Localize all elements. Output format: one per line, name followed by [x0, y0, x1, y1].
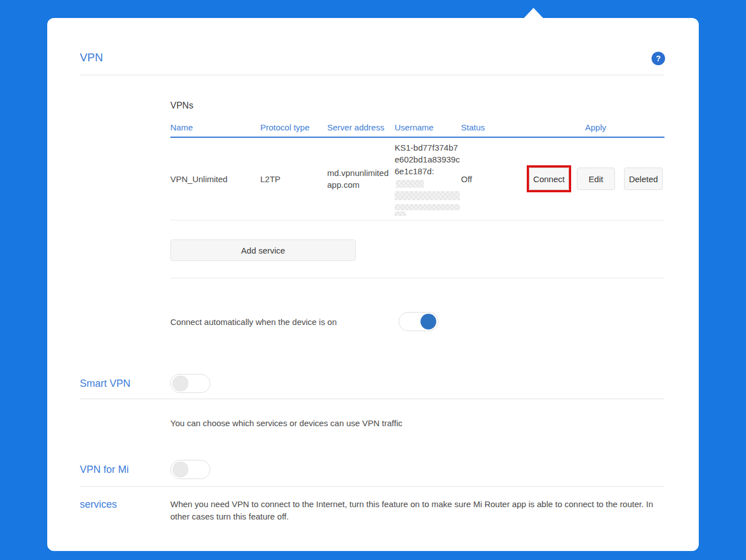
toggle-knob: [421, 314, 436, 329]
card-header: VPN ?: [47, 18, 699, 75]
redacted-username-bar: [395, 204, 460, 210]
vpn-table-header: Name Protocol type Server address Userna…: [170, 123, 664, 138]
username-line-text: 6e1c187d:: [395, 166, 434, 176]
smart-vpn-divider: [80, 399, 664, 399]
smart-vpn-toggle[interactable]: [170, 374, 210, 393]
redacted-username-stub: [395, 211, 406, 216]
connect-button[interactable]: Connect: [529, 168, 569, 190]
add-service-section: Add service: [170, 220, 664, 278]
help-icon[interactable]: ?: [652, 52, 665, 65]
services-label: services: [47, 498, 170, 523]
toggle-knob: [173, 462, 188, 477]
add-service-button[interactable]: Add service: [170, 240, 356, 261]
vpn-settings-card: VPN ? VPNs Name Protocol type Server add…: [47, 18, 699, 551]
vpn-status: Off: [461, 174, 527, 184]
username-line: KS1-bd77f374b7: [395, 142, 461, 153]
column-header-server: Server address: [327, 123, 395, 132]
redacted-username-bar: [395, 191, 460, 200]
column-header-username: Username: [395, 123, 461, 132]
vpn-name: VPN_Unlimited: [170, 174, 260, 184]
vpn-for-mi-divider: [80, 486, 664, 487]
vpn-protocol: L2TP: [260, 174, 327, 184]
edit-button[interactable]: Edit: [577, 168, 615, 190]
table-row: VPN_Unlimited L2TP md.vpnunlimited app.c…: [170, 138, 664, 220]
vpn-username: KS1-bd77f374b7 e602bd1a83939c 6e1c187d:: [395, 142, 461, 216]
connect-highlight-annotation: Connect: [527, 165, 571, 192]
vpn-table: Name Protocol type Server address Userna…: [170, 123, 664, 220]
server-line: app.com: [327, 179, 395, 191]
auto-connect-toggle[interactable]: [399, 312, 438, 331]
auto-connect-label: Connect automatically when the device is…: [170, 317, 337, 327]
delete-button[interactable]: Deleted: [624, 168, 663, 190]
services-row: services When you need VPN to connect to…: [47, 498, 699, 523]
vpns-section-title: VPNs: [170, 101, 664, 111]
vpn-for-mi-toggle[interactable]: [170, 460, 210, 479]
smart-vpn-label: Smart VPN: [47, 377, 170, 390]
vpn-server-address: md.vpnunlimited app.com: [327, 167, 395, 191]
page-title: VPN: [80, 51, 103, 64]
auto-connect-row: Connect automatically when the device is…: [170, 312, 664, 331]
column-header-name: Name: [170, 123, 260, 132]
toggle-knob: [173, 376, 188, 391]
username-line: e602bd1a83939c: [395, 153, 461, 165]
vpn-for-mi-row: VPN for Mi: [47, 460, 699, 479]
column-header-protocol: Protocol type: [260, 123, 327, 132]
column-header-apply: Apply: [527, 123, 664, 132]
header-divider: [80, 75, 664, 75]
services-description: When you need VPN to connect to the Inte…: [170, 498, 699, 523]
smart-vpn-description: You can choose which services or devices…: [170, 417, 664, 430]
server-line: md.vpnunlimited: [327, 167, 395, 179]
smart-vpn-row: Smart VPN: [47, 374, 699, 393]
redacted-username-fragment: [396, 180, 424, 188]
vpn-for-mi-label: VPN for Mi: [47, 463, 170, 476]
card-notch: [524, 8, 543, 18]
apply-actions-cell: Connect Edit Deleted: [527, 165, 664, 192]
column-header-status: Status: [461, 123, 527, 132]
username-line: 6e1c187d:: [395, 165, 461, 189]
